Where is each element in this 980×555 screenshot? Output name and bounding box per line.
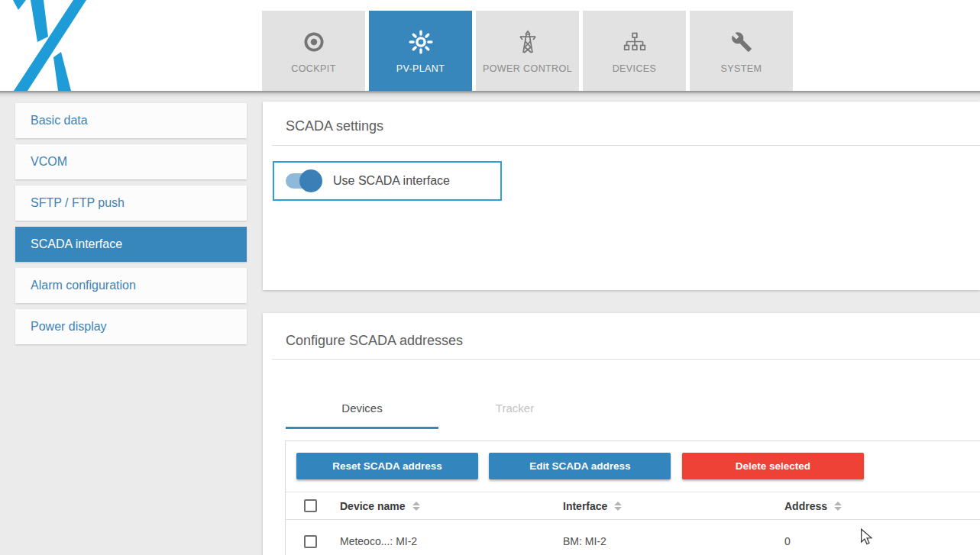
address-type-tabs: Devices Tracker (286, 392, 591, 429)
sort-icon[interactable] (834, 502, 842, 511)
sidebar: Basic data VCOM SFTP / FTP push SCADA in… (15, 103, 247, 350)
sidebar-item-sftp-ftp-push[interactable]: SFTP / FTP push (15, 186, 247, 221)
column-label: Interface (563, 500, 607, 512)
tab-tracker-sub[interactable]: Tracker (438, 392, 591, 429)
configure-scada-card: Configure SCADA addresses Devices Tracke… (263, 313, 980, 555)
divider (272, 145, 980, 146)
configure-scada-title: Configure SCADA addresses (286, 333, 463, 349)
sitemap-icon (623, 27, 646, 56)
select-all-checkbox[interactable] (304, 499, 317, 512)
scada-settings-card: SCADA settings Use SCADA interface (263, 102, 980, 290)
column-label: Address (784, 500, 827, 512)
power-tower-icon (516, 27, 540, 56)
cell-device-name: Meteoco...: MI-2 (340, 535, 563, 547)
main-navigation: COCKPIT PV-PLANT (262, 11, 793, 91)
tab-label: PV-PLANT (396, 63, 445, 74)
tab-label: DEVICES (613, 63, 657, 74)
sidebar-item-scada-interface[interactable]: SCADA interface (15, 227, 247, 262)
tab-power-control[interactable]: POWER CONTROL (476, 11, 579, 91)
cell-interface: BM: MI-2 (563, 535, 784, 547)
tab-pv-plant[interactable]: PV-PLANT (369, 11, 472, 91)
use-scada-toggle-label: Use SCADA interface (333, 174, 450, 188)
tab-label: SYSTEM (721, 63, 762, 74)
sun-icon (408, 27, 434, 56)
column-address: Address (784, 500, 980, 512)
column-label: Device name (340, 500, 406, 512)
tab-system[interactable]: SYSTEM (690, 11, 793, 91)
screen: COCKPIT PV-PLANT (0, 0, 980, 555)
header-shadow (0, 91, 980, 98)
sort-icon[interactable] (614, 502, 622, 511)
column-device-name: Device name (340, 500, 563, 512)
tab-cockpit[interactable]: COCKPIT (262, 11, 365, 91)
brand-logo-x-icon (0, 0, 99, 91)
tab-devices-sub[interactable]: Devices (286, 392, 438, 429)
tab-label: COCKPIT (291, 63, 335, 74)
header: COCKPIT PV-PLANT (0, 0, 980, 91)
use-scada-toggle-box: Use SCADA interface (273, 161, 502, 201)
action-buttons-row: Reset SCADA address Edit SCADA address D… (286, 441, 980, 479)
column-interface: Interface (563, 500, 784, 512)
scada-settings-title: SCADA settings (286, 118, 383, 134)
cell-address: 0 (784, 535, 980, 547)
tab-devices[interactable]: DEVICES (583, 11, 686, 91)
divider (272, 359, 980, 360)
toggle-knob (299, 169, 322, 192)
table-row[interactable]: Meteoco...: MI-2 BM: MI-2 0 (286, 520, 980, 555)
delete-selected-button[interactable]: Delete selected (682, 453, 864, 479)
edit-scada-address-button[interactable]: Edit SCADA address (489, 453, 671, 479)
sidebar-item-basic-data[interactable]: Basic data (15, 103, 247, 138)
sidebar-item-vcom[interactable]: VCOM (15, 144, 247, 179)
sort-icon[interactable] (412, 502, 420, 511)
table-header-row: Device name Interface Address (286, 492, 980, 520)
row-checkbox[interactable] (304, 535, 317, 548)
scada-address-panel: Reset SCADA address Edit SCADA address D… (285, 440, 980, 555)
tab-label: POWER CONTROL (483, 63, 572, 74)
use-scada-toggle[interactable] (286, 172, 320, 190)
sidebar-item-power-display[interactable]: Power display (15, 309, 247, 344)
sidebar-item-alarm-configuration[interactable]: Alarm configuration (15, 268, 247, 303)
target-icon (302, 27, 325, 56)
wrench-icon (731, 27, 752, 56)
reset-scada-address-button[interactable]: Reset SCADA address (296, 453, 478, 479)
